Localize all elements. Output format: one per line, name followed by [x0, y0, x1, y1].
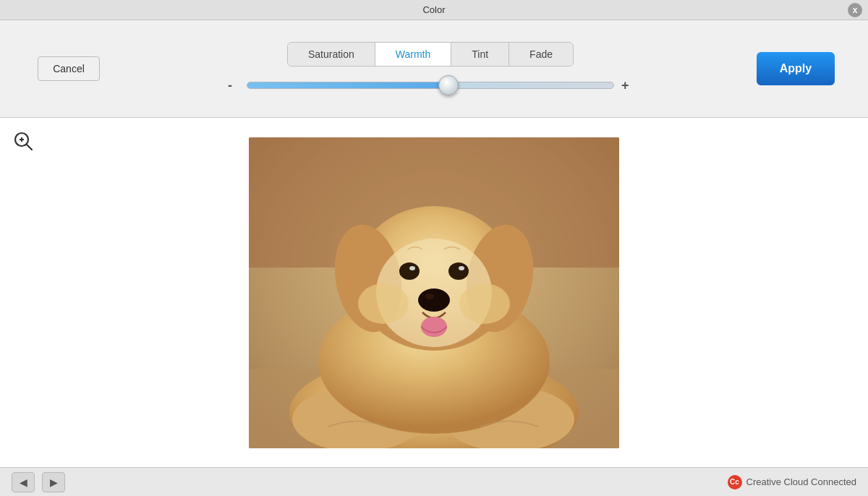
main-area — [0, 118, 868, 467]
svg-point-24 — [421, 317, 447, 337]
tab-saturation[interactable]: Saturation — [288, 43, 375, 66]
svg-point-19 — [448, 262, 469, 280]
tab-tint[interactable]: Tint — [451, 43, 509, 66]
svg-point-23 — [425, 294, 434, 299]
slider-track-container[interactable] — [247, 75, 614, 95]
cancel-area: Cancel — [14, 56, 123, 81]
slider-row: - + — [228, 75, 633, 95]
cancel-button[interactable]: Cancel — [38, 56, 100, 81]
image-preview — [249, 137, 619, 448]
svg-point-21 — [459, 266, 464, 270]
svg-point-20 — [409, 266, 415, 270]
slider-minus[interactable]: - — [228, 78, 239, 93]
zoom-icon[interactable] — [13, 131, 33, 155]
close-button[interactable]: x — [848, 3, 862, 17]
slider-fill — [247, 82, 448, 88]
status-bar: ◀ ▶ Cc Creative Cloud Connected — [0, 467, 868, 496]
tab-fade[interactable]: Fade — [509, 43, 573, 66]
svg-point-26 — [459, 283, 510, 324]
dialog-title: Color — [422, 4, 445, 15]
apply-area: Apply — [738, 52, 854, 85]
slider-track — [247, 82, 614, 89]
svg-point-22 — [418, 288, 450, 312]
forward-button[interactable]: ▶ — [42, 472, 65, 492]
cc-status-text: Creative Cloud Connected — [746, 476, 856, 487]
apply-button[interactable]: Apply — [757, 52, 835, 85]
toolbar: Cancel Saturation Warmth Tint Fade - + A… — [0, 20, 868, 118]
title-bar: Color x — [0, 0, 868, 20]
svg-point-18 — [399, 262, 420, 280]
svg-point-25 — [358, 283, 409, 324]
controls-area: Saturation Warmth Tint Fade - + — [123, 42, 738, 95]
tabs-container: Saturation Warmth Tint Fade — [287, 42, 574, 67]
cc-status: Cc Creative Cloud Connected — [728, 475, 856, 489]
tab-warmth[interactable]: Warmth — [375, 43, 451, 66]
nav-buttons: ◀ ▶ — [12, 472, 65, 492]
svg-line-3 — [27, 145, 32, 150]
slider-plus[interactable]: + — [621, 78, 633, 93]
back-button[interactable]: ◀ — [12, 472, 35, 492]
cc-icon: Cc — [728, 475, 742, 489]
slider-thumb[interactable] — [438, 75, 459, 95]
